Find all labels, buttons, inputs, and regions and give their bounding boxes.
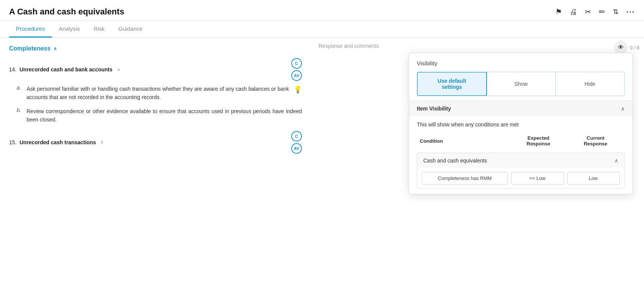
proc-14-chevron-icon[interactable]: ∧ [117, 67, 120, 72]
condition-row-1: Completeness has RMM >= Low Low [422, 172, 620, 184]
scissors-icon[interactable]: ✂ [585, 7, 591, 16]
proc-14-badges: C AV [291, 58, 302, 81]
page: A Cash and cash equivalents ⚑ 🖨 ✂ ✏ ⇅ ··… [0, 0, 644, 287]
badge-av-14[interactable]: AV [291, 70, 302, 81]
condition-chip-current: Low [567, 172, 620, 184]
item-vis-chevron-icon[interactable]: ∧ [621, 106, 625, 112]
completeness-title: Completeness [9, 45, 50, 52]
tab-analysis[interactable]: Analysis [52, 21, 87, 38]
conditions-table: Condition Expected Response Current Resp… [417, 133, 625, 149]
proc-14-sub-items: a. Ask personnel familiar with or handli… [13, 85, 302, 124]
item-vis-title: Item Visibility [417, 106, 451, 112]
main-content: Response and comments Completeness ∧ 14.… [0, 38, 644, 283]
conditions-header-row: Condition Expected Response Current Resp… [417, 133, 625, 149]
proc-14b-text: Review correspondence or other evidence … [27, 107, 302, 124]
col-expected: Expected Response [510, 133, 567, 149]
vis-toggle-default[interactable]: Use default settings [417, 72, 487, 96]
cash-subsection-header: Cash and cash equivalents ∧ [417, 153, 624, 168]
eye-count-label: 0 / 8 [630, 45, 639, 50]
left-panel: Completeness ∧ 14. Unrecorded cash and b… [0, 38, 311, 283]
header: A Cash and cash equivalents ⚑ 🖨 ✂ ✏ ⇅ ··… [0, 0, 644, 21]
item-visibility-section: Item Visibility ∧ This will show when an… [409, 101, 632, 194]
proc-label-15: Unrecorded cash transactions [19, 139, 96, 145]
col-condition: Condition [417, 133, 510, 149]
vis-header: Visibility Use default settings Show Hid… [409, 53, 632, 101]
proc-14a-text: Ask personnel familiar with or handling … [27, 85, 289, 102]
visibility-panel: Visibility Use default settings Show Hid… [409, 53, 633, 194]
proc-number-14: 14. [9, 66, 16, 73]
vis-toggle-show[interactable]: Show [487, 72, 556, 96]
completeness-chevron-icon[interactable]: ∧ [53, 46, 57, 51]
proc-14a-label: a. [17, 85, 22, 91]
tab-procedures[interactable]: Procedures [9, 21, 52, 38]
cash-subsection-title: Cash and cash equivalents [423, 158, 487, 164]
proc-15-chevron-icon[interactable]: ∧ [101, 140, 104, 145]
completeness-section-header: Completeness ∧ [9, 45, 302, 52]
response-comments-label: Response and comments [311, 38, 379, 49]
tab-guidance[interactable]: Guidance [112, 21, 149, 38]
bulb-icon-14a[interactable]: 💡 [294, 85, 302, 94]
badge-c-15[interactable]: C [291, 131, 302, 142]
proc-item-14: 14. Unrecorded cash and bank accounts ∧ … [9, 58, 302, 124]
proc-title-14: 14. Unrecorded cash and bank accounts ∧ … [9, 58, 302, 81]
tabs-bar: Procedures Analysis Risk Guidance [0, 21, 644, 38]
print-icon[interactable]: 🖨 [570, 8, 577, 16]
col-current: Current Response [567, 133, 625, 149]
proc-number-15: 15. [9, 139, 16, 145]
item-vis-body: This will show when any conditions are m… [409, 116, 632, 194]
more-icon[interactable]: ··· [626, 8, 635, 16]
flag-icon[interactable]: ⚑ [555, 7, 562, 16]
visibility-toggle-group: Use default settings Show Hide [417, 72, 625, 96]
cash-subsection-body: Completeness has RMM >= Low Low [417, 168, 624, 188]
eye-button[interactable]: 👁 [614, 41, 628, 54]
vis-toggle-hide[interactable]: Hide [556, 72, 624, 96]
page-title: A Cash and cash equivalents [9, 7, 124, 17]
cash-subsection-chevron-icon[interactable]: ∧ [614, 158, 618, 164]
cash-subsection: Cash and cash equivalents ∧ Completeness… [417, 153, 625, 189]
header-icons: ⚑ 🖨 ✂ ✏ ⇅ ··· [555, 7, 635, 16]
settings-icon[interactable]: ⇅ [613, 8, 619, 16]
condition-chip-text: Completeness has RMM [422, 172, 508, 184]
proc-item-15: 15. Unrecorded cash transactions ∧ C AV [9, 131, 302, 154]
edit-icon[interactable]: ✏ [599, 7, 605, 16]
proc-14a: a. Ask personnel familiar with or handli… [13, 85, 302, 102]
proc-14b: b. Review correspondence or other eviden… [13, 107, 302, 124]
proc-label-14: Unrecorded cash and bank accounts [19, 66, 112, 73]
proc-title-15: 15. Unrecorded cash transactions ∧ C AV [9, 131, 302, 154]
badge-av-15[interactable]: AV [291, 143, 302, 154]
item-vis-description: This will show when any conditions are m… [417, 121, 625, 128]
item-vis-header: Item Visibility ∧ [409, 101, 632, 116]
badge-c-14[interactable]: C [291, 58, 302, 69]
vis-title: Visibility [417, 60, 625, 66]
tab-risk[interactable]: Risk [87, 21, 112, 38]
proc-15-badges: C AV [291, 131, 302, 154]
proc-14b-label: b. [17, 107, 22, 113]
condition-chip-expected: >= Low [511, 172, 564, 184]
